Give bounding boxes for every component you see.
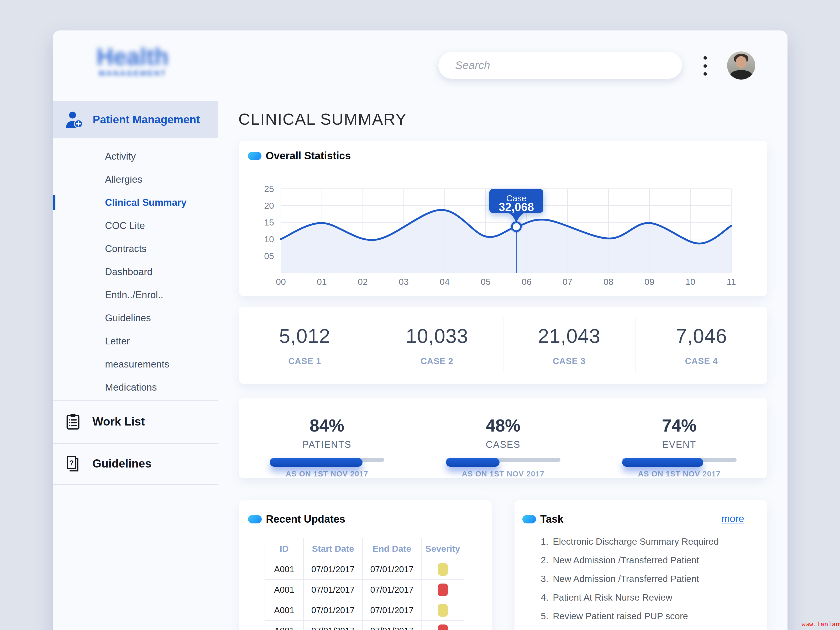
x-tick-label: 08 — [603, 277, 613, 287]
document-question-icon: ? — [65, 455, 81, 472]
sidebar-item[interactable]: Allergies — [53, 168, 218, 191]
table-row[interactable]: A001 07/01/2017 07/01/2017 — [265, 621, 464, 630]
progress-caption: AS ON 1ST NOV 2017 — [638, 470, 720, 478]
sidebar-item[interactable]: Entln../Enrol.. — [53, 284, 218, 306]
task-card: Task more 1. Electronic Discharge Summar… — [515, 500, 767, 630]
cell-end-date: 07/01/2017 — [363, 621, 422, 630]
sidebar-item[interactable]: Dashboard — [53, 261, 218, 284]
person-add-icon — [64, 109, 85, 130]
sidebar-item[interactable]: COC Lite — [53, 214, 218, 237]
progress-stat: 48% CASES AS ON 1ST NOV 2017 — [415, 398, 591, 478]
sidebar-item-label: Medications — [105, 382, 157, 393]
cell-severity — [422, 600, 464, 621]
sidebar-item[interactable]: Medications — [53, 376, 218, 399]
table-body: A001 07/01/2017 07/01/2017 A001 07/01/20… — [265, 559, 464, 630]
kebab-menu-icon[interactable] — [699, 56, 711, 76]
sidebar-divider — [53, 443, 218, 444]
task-item[interactable]: 3. New Admission /Transferred Patient — [541, 569, 752, 588]
sidebar-item[interactable]: Activity — [53, 145, 218, 168]
task-item[interactable]: 2. New Admission /Transferred Patient — [541, 551, 752, 569]
section-bullet-icon — [248, 515, 262, 523]
task-number: 1. — [541, 536, 553, 547]
recent-updates-title: Recent Updates — [266, 513, 345, 525]
table-header-cell: ID — [265, 538, 304, 559]
y-tick-label: 05 — [264, 251, 274, 261]
table-header-cell: Start Date — [304, 538, 363, 559]
search-input[interactable] — [438, 52, 682, 79]
table-row[interactable]: A001 07/01/2017 07/01/2017 — [265, 600, 464, 621]
task-text: New Admission /Transferred Patient — [553, 555, 699, 565]
task-number: 5. — [541, 611, 553, 621]
x-tick-label: 09 — [644, 277, 654, 287]
recent-updates-card: Recent Updates ID Start Date End Date Se… — [239, 500, 492, 630]
chart-marker[interactable] — [512, 222, 521, 231]
case-value: 7,046 — [676, 324, 727, 347]
cell-id: A001 — [265, 559, 304, 580]
task-text: Patient At Risk Nurse Review — [553, 592, 672, 603]
sidebar-item-label: COC Lite — [105, 220, 145, 231]
x-tick-label: 03 — [399, 277, 409, 287]
cell-id: A001 — [265, 621, 304, 630]
svg-text:?: ? — [69, 459, 74, 467]
progress-summary-card: 84% PATIENTS AS ON 1ST NOV 2017 48% CASE… — [239, 398, 767, 478]
table-header-cell: End Date — [363, 538, 422, 559]
case-stat: 7,046 CASE 4 — [635, 317, 767, 373]
sidebar-item-label: measurements — [105, 359, 169, 370]
search-bar[interactable] — [438, 52, 682, 79]
sidebar-item-label: Letter — [105, 336, 130, 347]
task-text: Electronic Discharge Summary Required — [553, 536, 719, 547]
sidebar-item[interactable]: Guidelines — [53, 306, 218, 330]
cell-severity — [422, 621, 464, 630]
y-tick-label: 10 — [264, 234, 274, 244]
overall-statistics-chart: 0001020304050607080910110510152025Case32… — [239, 141, 767, 296]
table-row[interactable]: A001 07/01/2017 07/01/2017 — [265, 580, 464, 600]
x-tick-label: 02 — [358, 277, 368, 287]
sidebar-item-guidelines[interactable]: ? Guidelines — [53, 450, 218, 477]
task-list: 1. Electronic Discharge Summary Required… — [541, 532, 752, 625]
y-tick-label: 15 — [264, 217, 274, 227]
page-title: CLINICAL SUMMARY — [238, 110, 407, 128]
progress-stat: 84% PATIENTS AS ON 1ST NOV 2017 — [239, 398, 415, 478]
app-root: Health MANAGEMENT Patient Management Act… — [0, 0, 840, 630]
section-bullet-icon — [523, 515, 536, 523]
case-value: 10,033 — [406, 324, 468, 347]
x-tick-label: 06 — [522, 277, 532, 287]
sidebar-item-label: Clinical Summary — [105, 197, 186, 208]
task-item[interactable]: 5. Review Patient raised PUP score — [541, 606, 752, 625]
progress-label: PATIENTS — [302, 439, 352, 450]
sidebar-divider — [53, 400, 218, 401]
case-value: 21,043 — [538, 324, 600, 347]
table-row[interactable]: A001 07/01/2017 07/01/2017 — [265, 559, 464, 580]
sidebar-item-label: Guidelines — [105, 313, 151, 324]
cell-start-date: 07/01/2017 — [304, 559, 363, 580]
case-stat: 21,043 CASE 3 — [503, 317, 635, 373]
sidebar-item[interactable]: Contracts — [53, 237, 218, 261]
sidebar-item-work-list[interactable]: Work List — [53, 409, 218, 435]
severity-badge — [438, 563, 448, 576]
table-header-row: ID Start Date End Date Severity — [265, 538, 464, 559]
sidebar-nav: Activity Allergies Clinical Summary COC … — [53, 145, 218, 399]
progress-stat: 74% EVENT AS ON 1ST NOV 2017 — [591, 398, 767, 478]
sidebar-item[interactable]: measurements — [53, 353, 218, 376]
task-item[interactable]: 4. Patient At Risk Nurse Review — [541, 588, 752, 606]
cell-id: A001 — [265, 600, 304, 621]
chart-tooltip: Case32,068 — [489, 189, 543, 222]
task-number: 2. — [541, 555, 553, 565]
tooltip-value: 32,068 — [499, 201, 534, 213]
task-item[interactable]: 1. Electronic Discharge Summary Required — [541, 532, 752, 551]
sidebar-item[interactable]: Letter — [53, 330, 218, 353]
sidebar-item-label: Guidelines — [92, 457, 152, 470]
progress-bar — [270, 458, 384, 462]
sidebar-item-label: Dashboard — [105, 267, 153, 278]
severity-badge — [438, 584, 448, 596]
sidebar-item[interactable]: Clinical Summary — [53, 191, 218, 214]
cell-end-date: 07/01/2017 — [363, 559, 422, 580]
user-avatar[interactable] — [727, 51, 755, 79]
recent-updates-table: ID Start Date End Date Severity A001 07/… — [265, 538, 464, 630]
sidebar-section-label: Patient Management — [93, 114, 200, 126]
sidebar-section-patient-management[interactable]: Patient Management — [53, 101, 218, 138]
task-number: 4. — [541, 592, 553, 603]
x-tick-label: 07 — [562, 277, 573, 287]
more-link[interactable]: more — [722, 513, 744, 524]
progress-bar-fill — [270, 458, 363, 467]
